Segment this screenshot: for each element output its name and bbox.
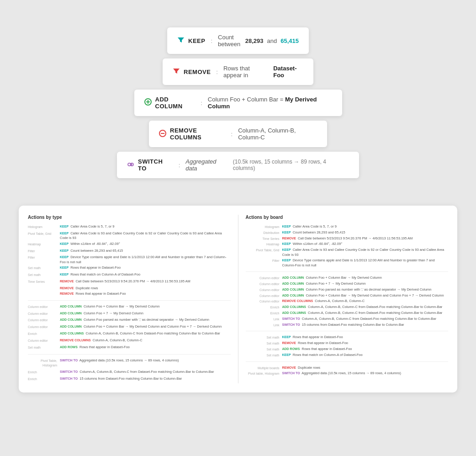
card-keep: KEEP : Count between 28,293 and 65,415 [167, 27, 309, 54]
switch-icon [127, 161, 134, 170]
table-row: Column editor ADD COLUMN Column Foo + Co… [28, 324, 231, 330]
category-label [28, 286, 60, 286]
remove-circle-icon [159, 130, 166, 138]
category-label: Enrich [28, 331, 60, 336]
switch-detail: (10.5k rows, 15 columns → 89 rows, 4 col… [233, 159, 349, 171]
table-row: Histogram KEEP Caller Area Code is 5, 7,… [28, 224, 231, 230]
table-row: Set math ADD ROWS Rows that appear in Da… [28, 345, 231, 351]
category-label: Set math [28, 272, 60, 277]
category-label: Heatmap [28, 242, 60, 247]
table-row: Pivot Table, Grid KEEP Caller Area Code … [246, 248, 449, 257]
table-row: Heatmap KEEP Within ≤14km of -60.84°, -8… [28, 242, 231, 248]
card-remove: REMOVE : Rows that appear in Dataset-Foo [163, 58, 313, 85]
right-panel-title: Actions by board [246, 215, 449, 220]
table-row: Distribution KEEP Count between 28,293 a… [246, 230, 449, 235]
panel-divider [238, 215, 238, 383]
table-row: Column editor ADD COLUMN Column Foo + Co… [246, 276, 449, 281]
add-col-expr: Column Foo + Column Bar = My Derived Col… [208, 96, 332, 110]
right-panel: Actions by board Histogram KEEP Caller A… [246, 215, 449, 383]
category-label: Column editor [28, 311, 60, 316]
left-panel: Actions by type Histogram KEEP Caller Ar… [28, 215, 231, 383]
table-row: Link SWITCH TO Column-A, Column-B, Colum… [246, 317, 449, 322]
card-switch-to: SWITCH TO : Aggregated data (10.5k rows,… [117, 152, 359, 178]
category-label: Set math [28, 345, 60, 350]
remove-funnel-icon [173, 68, 180, 76]
table-row: Column editor ADD COLUMN Column Foo + 7 … [28, 311, 231, 317]
table-row: Time Series REMOVE Call Date between 5/2… [28, 279, 231, 285]
table-row: Column editor REMOVE COLUMNS Column-A, C… [28, 338, 231, 344]
table-row: Column editor ADD COLUMN Column Foo + Co… [246, 293, 449, 298]
table-row: Pivot Table, Grid KEEP Caller Area Code … [28, 231, 231, 241]
table-row: Set math KEEP Rows that appear in Datase… [28, 265, 231, 271]
table-row: Set math KEEP Rows that match on Column-… [246, 353, 449, 358]
keep-and: and [267, 37, 277, 44]
switch-label: SWITCH TO [138, 158, 173, 172]
table-row: Heatmap KEEP Within ≤14km of -60.84°, -8… [246, 242, 449, 247]
table-row: Column editor ADD COLUMN Column Foo pars… [28, 318, 231, 323]
table-row: Histogram KEEP Caller Area Code is 5, 7,… [246, 224, 449, 229]
remove-cols-label: REMOVE COLUMNS [170, 127, 226, 141]
table-row: Time Series REMOVE Call Date between 5/2… [246, 236, 449, 241]
table-row: Filter KEEP Count between 28,293 and 65,… [28, 249, 231, 255]
table-row: Column editor ADD COLUMN Column Foo + 7 … [246, 281, 449, 286]
add-circle-icon [144, 98, 152, 107]
top-section: KEEP : Count between 28,293 and 65,415 R… [0, 0, 476, 196]
table-row: Set math KEEP Rows that appear in Datase… [246, 335, 449, 340]
table-row: Enrich SWITCH TO 15 columns from Dataset… [28, 376, 231, 382]
category-label: Filter [28, 249, 60, 254]
bottom-section: Actions by type Histogram KEEP Caller Ar… [19, 206, 457, 392]
category-label: Pivot Table, Grid [28, 231, 60, 236]
svg-point-7 [128, 163, 131, 166]
table-row: REMOVE Duplicate rows [28, 286, 231, 291]
table-row: Set math REMOVE Rows that appear in Data… [246, 341, 449, 346]
table-row: Link SWITCH TO 15 columns from Dataset-F… [246, 323, 449, 328]
switch-value: Aggregated data [185, 158, 229, 172]
table-row: Filter KEEP Device Type contains apple a… [28, 255, 231, 265]
add-col-label: ADD COLUMN [155, 96, 196, 110]
remove-cols-value: Column-A, Column-B, Column-C [238, 127, 317, 141]
table-row: Enrich ADD COLUMNS Column-A, Column-B, C… [28, 331, 231, 337]
category-label: Histogram [28, 224, 60, 229]
category-label: Column editor [28, 338, 60, 343]
table-row: Column editor ADD COLUMN Column Foo pars… [246, 287, 449, 292]
category-label: Filter [28, 255, 60, 260]
category-label: Set math [28, 265, 60, 270]
table-row: Pivot Table, Histogram SWITCH TO Aggrega… [28, 358, 231, 369]
category-label: Enrich [28, 376, 60, 382]
table-row: Enrich ADD COLUMNS Column-A, Column-B, C… [246, 305, 449, 310]
table-row: REMOVE Rows that appear in Dataset-Foo [28, 292, 231, 297]
keep-value1: 28,293 [245, 37, 264, 44]
table-row: Set math KEEP Rows that match on Column-… [28, 272, 231, 278]
category-label: Pivot Table, Histogram [28, 358, 60, 368]
category-label: Enrich [28, 370, 60, 375]
left-panel-title: Actions by type [28, 215, 231, 220]
card-remove-columns: REMOVE COLUMNS : Column-A, Column-B, Col… [149, 121, 327, 147]
category-label [28, 292, 60, 292]
keep-label: KEEP [188, 37, 205, 44]
category-label: Column editor [28, 324, 60, 329]
keep-value2: 65,415 [280, 37, 299, 44]
table-row: Enrich ADD COLUMNS Column-A, Column-B, C… [246, 311, 449, 316]
remove-label: REMOVE [184, 69, 211, 75]
table-row: Column editor REMOVE COLUMNS Column-A, C… [246, 299, 449, 304]
table-row: Column editor ADD COLUMN Column Foo + Co… [28, 304, 231, 310]
table-row: Enrich SWITCH TO Column-A, Column-B, Col… [28, 370, 231, 376]
category-label: Time Series [28, 279, 60, 284]
table-row: Multiple boards REMOVE Duplicate rows [246, 366, 449, 371]
table-row: Pivot table, Histogram SWITCH TO Aggrega… [246, 371, 449, 376]
remove-value: Dataset-Foo [273, 65, 303, 79]
remove-description: Rows that appear in [223, 65, 270, 79]
table-row: Filter KEEP Device Type contains apple a… [246, 258, 449, 268]
category-label: Column editor [28, 304, 60, 309]
table-row: Set math ADD ROWS Rows that appear in Da… [246, 347, 449, 352]
card-add-column: ADD COLUMN : Column Foo + Column Bar = M… [134, 90, 342, 116]
keep-funnel-icon [177, 37, 185, 45]
keep-description: Count between [218, 34, 242, 48]
category-label: Column editor [28, 318, 60, 323]
